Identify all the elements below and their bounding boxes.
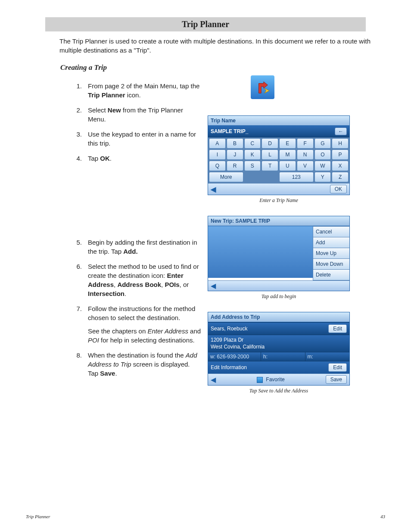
key-J[interactable]: J: [227, 149, 243, 160]
step-8: 8. When the destination is found the Add…: [73, 351, 201, 378]
poi-name: Sears, Roebuck: [211, 326, 247, 332]
move-up-button[interactable]: Move Up: [313, 248, 349, 259]
key-D[interactable]: D: [262, 138, 278, 149]
screen-trip-name: Trip Name SAMPLE TRIP_ ← A B C D E F G H…: [208, 115, 350, 195]
key-H[interactable]: H: [332, 138, 349, 149]
key-E[interactable]: E: [279, 138, 296, 149]
key-spacer: [244, 172, 279, 182]
key-I[interactable]: I: [209, 149, 226, 160]
step-7-sub: See the chapters on Enter Address and PO…: [88, 327, 201, 345]
mobile-phone[interactable]: m:: [305, 352, 350, 361]
backspace-key[interactable]: ←: [335, 128, 347, 135]
caption3: Tap Save to Add the Address: [208, 388, 350, 394]
key-K[interactable]: K: [244, 149, 261, 160]
add-button[interactable]: Add: [313, 237, 349, 248]
ok-button[interactable]: OK: [330, 185, 347, 193]
screen-add-address: Add Address to Trip Sears, Roebuck Edit …: [208, 312, 350, 386]
key-L[interactable]: L: [262, 149, 278, 160]
screen1-header: Trip Name: [208, 116, 349, 126]
key-O[interactable]: O: [314, 149, 331, 160]
page-number: 43: [380, 514, 385, 519]
key-Y[interactable]: Y: [314, 172, 331, 182]
key-X[interactable]: X: [332, 161, 349, 171]
key-P[interactable]: P: [332, 149, 349, 160]
back-arrow-icon[interactable]: ◀: [211, 185, 216, 193]
edit-info-button[interactable]: Edit: [328, 363, 347, 372]
step-3: 3. Use the keypad to enter in a name for…: [73, 130, 201, 148]
trip-name-value: SAMPLE TRIP_: [211, 128, 248, 134]
move-down-button[interactable]: Move Down: [313, 259, 349, 270]
step-1: 1. From page 2 of the Main Menu, tap the…: [73, 81, 201, 100]
favorite-toggle[interactable]: Favorite: [257, 376, 285, 383]
step-list-2: 5. Begin by adding the first destination…: [73, 169, 201, 378]
intro-paragraph: The Trip Planner is used to create a rou…: [59, 37, 385, 55]
key-C[interactable]: C: [244, 138, 261, 149]
key-W[interactable]: W: [314, 161, 331, 171]
edit-name-button[interactable]: Edit: [328, 324, 347, 333]
step-4: 4. Tap OK.: [73, 154, 201, 163]
work-phone[interactable]: w: 626-939-2000: [208, 352, 261, 361]
key-A[interactable]: A: [209, 138, 226, 149]
step-7: 7. Follow the instructions for the metho…: [73, 304, 201, 345]
key-Q[interactable]: Q: [209, 161, 226, 171]
step-list-1: 1. From page 2 of the Main Menu, tap the…: [73, 79, 201, 163]
step-2: 2. Select New from the Trip Planner Menu…: [73, 106, 201, 124]
step-6: 6. Select the method to be used to find …: [73, 262, 201, 298]
key-R[interactable]: R: [227, 161, 243, 171]
caption2: Tap add to begin: [208, 293, 350, 300]
key-Z[interactable]: Z: [332, 172, 349, 182]
phone-row: w: 626-939-2000 h: m:: [208, 352, 349, 361]
favorite-checkbox-icon: [257, 377, 263, 383]
key-V[interactable]: V: [297, 161, 314, 171]
key-123[interactable]: 123: [279, 172, 314, 182]
key-F[interactable]: F: [297, 138, 314, 149]
key-more[interactable]: More: [209, 172, 243, 182]
key-B[interactable]: B: [227, 138, 243, 149]
caption1: Enter a Trip Name: [208, 197, 350, 204]
edit-info-row: Edit Information Edit: [208, 361, 349, 373]
trip-name-input-row[interactable]: SAMPLE TRIP_ ←: [208, 126, 349, 137]
footer-left: Trip Planner: [26, 514, 50, 519]
key-M[interactable]: M: [279, 149, 296, 160]
save-button[interactable]: Save: [326, 375, 347, 384]
key-S[interactable]: S: [244, 161, 261, 171]
back-arrow-icon[interactable]: ◀: [211, 282, 216, 289]
section-heading: Creating a Trip: [60, 63, 385, 72]
screen-new-trip: New Trip: SAMPLE TRIP Cancel Add Move Up…: [208, 216, 350, 291]
key-N[interactable]: N: [297, 149, 314, 160]
svg-marker-0: [264, 88, 269, 93]
poi-address: 1209 Plaza Dr West Covina, California: [208, 335, 349, 352]
page-title: Trip Planner: [45, 17, 366, 31]
screen3-header: Add Address to Trip: [208, 312, 349, 322]
key-U[interactable]: U: [279, 161, 296, 171]
poi-name-row: Sears, Roebuck Edit: [208, 322, 349, 335]
step-5: 5. Begin by adding the first destination…: [73, 238, 201, 256]
trip-destination-list[interactable]: [208, 226, 313, 278]
key-T[interactable]: T: [262, 161, 278, 171]
cancel-button[interactable]: Cancel: [313, 226, 349, 237]
trip-planner-icon: [251, 75, 274, 99]
key-G[interactable]: G: [314, 138, 331, 149]
bottom-bar: ◀ Favorite Save: [208, 373, 349, 385]
home-phone[interactable]: h:: [261, 352, 305, 361]
delete-button[interactable]: Delete: [313, 270, 349, 280]
back-arrow-icon[interactable]: ◀: [211, 376, 216, 384]
keyboard: A B C D E F G H I J K L M N O P Q: [208, 137, 349, 183]
screen2-header: New Trip: SAMPLE TRIP: [208, 216, 349, 226]
